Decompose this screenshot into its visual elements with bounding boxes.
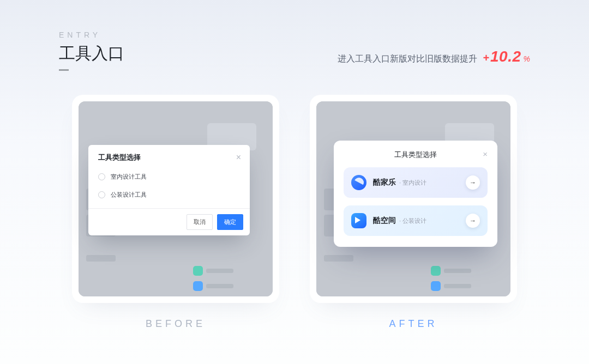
after-caption: AFTER [310,318,517,330]
stat-text: 进入工具入口新版对比旧版数据提升 [338,53,477,65]
tool-card-sub: 公装设计 [399,217,426,225]
after-modal-title: 工具类型选择 [394,150,437,159]
stat-plus: + [483,52,489,64]
after-frame: 工具类型选择 × 酷家乐 室内设计 → 酷空间 公装设计 → AFTER [310,95,517,330]
cancel-button[interactable]: 取消 [187,214,213,230]
after-modal: 工具类型选择 × 酷家乐 室内设计 → 酷空间 公装设计 → [334,141,497,247]
close-icon[interactable]: × [483,149,488,159]
tool-card-sub: 室内设计 [399,179,426,187]
before-caption: BEFORE [72,318,279,330]
tool-card-name: 酷家乐 [373,178,396,187]
before-option-1[interactable]: 公装设计工具 [88,186,250,204]
before-frame: 工具类型选择 × 室内设计工具 公装设计工具 取消 确定 BEFORE [72,95,279,330]
arrow-right-icon[interactable]: → [466,214,480,228]
before-option-1-label: 公装设计工具 [111,191,147,199]
section-eyebrow: ENTRY [59,31,124,39]
section-title: 工具入口 [59,43,124,65]
before-modal: 工具类型选择 × 室内设计工具 公装设计工具 取消 确定 [88,145,250,235]
kukongjian-logo-icon [351,213,366,228]
stat-value: 10.2 [490,48,521,65]
arrow-right-icon[interactable]: → [466,175,480,190]
tool-card-name: 酷空间 [373,216,396,226]
tool-card-commercial[interactable]: 酷空间 公装设计 → [344,205,488,236]
kujiale-logo-icon [351,175,366,190]
close-icon[interactable]: × [236,153,241,162]
radio-icon [98,191,105,198]
title-underline [59,69,69,71]
radio-icon [98,173,105,180]
before-option-0-label: 室内设计工具 [111,173,147,181]
before-option-0[interactable]: 室内设计工具 [88,168,250,186]
stat-line: 进入工具入口新版对比旧版数据提升 + 10.2 % [338,48,530,65]
tool-card-interior[interactable]: 酷家乐 室内设计 → [344,167,488,198]
stat-percent: % [524,54,530,63]
confirm-button[interactable]: 确定 [217,214,243,230]
before-modal-title: 工具类型选择 [98,153,141,162]
